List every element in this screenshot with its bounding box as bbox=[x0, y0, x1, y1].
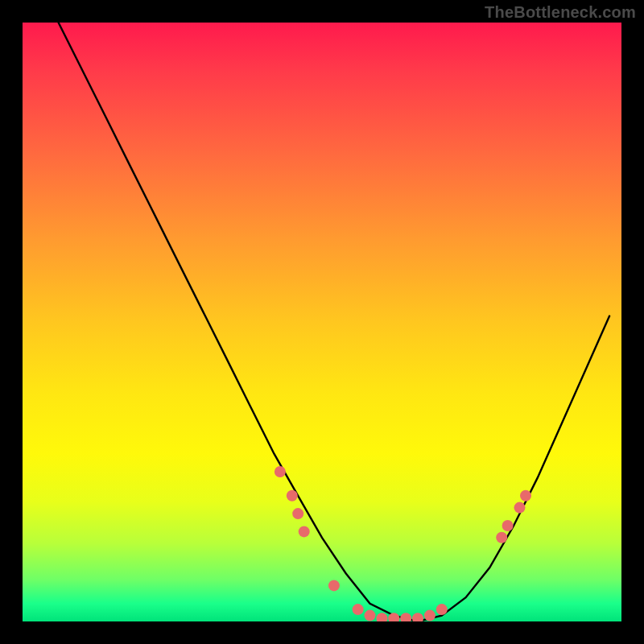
scatter-point bbox=[275, 466, 286, 477]
scatter-point bbox=[424, 610, 436, 621]
scatter-point bbox=[436, 604, 448, 615]
scatter-point bbox=[376, 613, 387, 621]
scatter-point bbox=[496, 532, 507, 543]
scatter-point bbox=[365, 610, 376, 621]
scatter-point bbox=[287, 490, 298, 502]
chart-plot-area bbox=[23, 23, 621, 621]
scatter-point bbox=[292, 508, 303, 519]
scatter-point bbox=[520, 490, 531, 502]
scatter-point bbox=[502, 520, 514, 531]
scatter-point bbox=[353, 604, 364, 615]
scatter-point bbox=[299, 526, 310, 537]
chart-svg bbox=[23, 23, 621, 621]
scatter-point bbox=[412, 613, 423, 621]
scatter-point bbox=[328, 580, 340, 591]
highlighted-points bbox=[275, 466, 531, 621]
scatter-point bbox=[400, 613, 411, 621]
bottleneck-curve bbox=[59, 23, 610, 621]
scatter-point bbox=[388, 613, 399, 621]
chart-frame: TheBottleneck.com bbox=[0, 0, 644, 644]
scatter-point bbox=[514, 502, 526, 514]
watermark-text: TheBottleneck.com bbox=[485, 3, 636, 22]
